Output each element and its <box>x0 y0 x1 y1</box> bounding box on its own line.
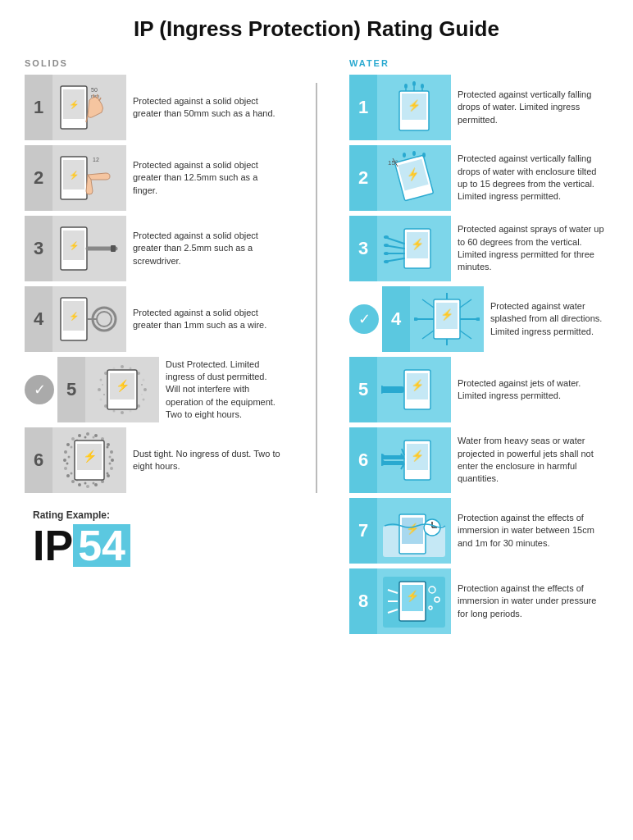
solid-row-2: 2 ⚡ 12 Protected against a solid object … <box>25 145 284 211</box>
svg-rect-138 <box>381 455 404 459</box>
solid-icon-2: ⚡ 12 <box>52 145 126 211</box>
solid-row-5: ✓ 5 <box>25 357 284 422</box>
water-number-8: 8 <box>349 568 377 634</box>
svg-text:⚡: ⚡ <box>411 237 425 251</box>
svg-point-38 <box>113 410 116 413</box>
water-row-2: 2 ⚡ 15° Protect <box>349 145 608 211</box>
divider-column <box>292 58 341 639</box>
water-row-3: 3 ⚡ Protected against sprays of <box>349 216 608 281</box>
water-number-1: 1 <box>349 75 377 140</box>
svg-point-85 <box>71 472 73 475</box>
svg-rect-139 <box>381 461 404 465</box>
water-desc-2: Protected against vertically falling dro… <box>458 153 608 203</box>
svg-point-22 <box>97 312 112 326</box>
svg-text:⚡: ⚡ <box>116 379 130 393</box>
svg-text:50: 50 <box>91 87 98 93</box>
water-number-5: 5 <box>349 357 377 422</box>
svg-point-66 <box>78 483 81 486</box>
water-desc-8: Protection against the effects of immers… <box>458 582 608 620</box>
solid-icon-6: ⚡ <box>52 427 126 493</box>
svg-point-78 <box>109 456 112 459</box>
svg-point-28 <box>113 368 116 370</box>
svg-text:⚡: ⚡ <box>408 98 421 112</box>
svg-text:⚡: ⚡ <box>69 311 80 322</box>
solid-row-1: 1 ⚡ 50 mm Protected ag <box>25 75 284 140</box>
svg-text:⚡: ⚡ <box>69 99 80 110</box>
svg-point-45 <box>141 384 143 386</box>
svg-text:⚡: ⚡ <box>69 240 80 251</box>
svg-point-34 <box>143 399 145 401</box>
svg-point-40 <box>100 399 102 401</box>
svg-point-62 <box>107 474 110 477</box>
solid-number-4: 4 <box>25 286 52 352</box>
solid-number-6: 6 <box>25 427 52 493</box>
svg-point-70 <box>68 456 71 459</box>
svg-point-53 <box>71 437 75 441</box>
svg-point-50 <box>63 459 66 462</box>
water-number-4: 4 <box>382 286 410 352</box>
water-icon-1: ⚡ <box>377 75 451 140</box>
solid-desc-2: Protected against a solid object greater… <box>133 159 284 197</box>
water-desc-5: Protected against jets of water. Limited… <box>458 377 608 403</box>
svg-point-41 <box>102 384 103 386</box>
svg-point-72 <box>71 446 73 449</box>
solid-row-6: 6 <box>25 427 284 493</box>
water-desc-6: Water from heavy seas or water projected… <box>458 435 608 486</box>
solid-desc-5: Dust Protected. Limited ingress of dust … <box>166 358 284 422</box>
svg-text:⚡: ⚡ <box>406 589 420 603</box>
water-column: WATER 1 ⚡ Protected against vertical <box>349 58 608 639</box>
svg-point-29 <box>121 365 124 368</box>
svg-point-82 <box>93 482 95 485</box>
rating-ip: IP <box>33 524 73 567</box>
water-row-4: ✓ 4 ⚡ <box>349 286 608 352</box>
water-desc-4: Protected against water splashed from al… <box>490 300 608 338</box>
svg-point-94 <box>421 84 424 89</box>
svg-point-79 <box>109 463 112 465</box>
water-number-2: 2 <box>349 145 377 211</box>
svg-point-30 <box>130 368 132 370</box>
svg-point-68 <box>66 474 70 477</box>
solid-number-2: 2 <box>25 145 52 211</box>
svg-point-67 <box>71 480 75 483</box>
svg-rect-17 <box>111 245 116 252</box>
svg-point-77 <box>107 446 109 449</box>
svg-text:⚡: ⚡ <box>411 378 425 392</box>
water-icon-3: ⚡ <box>377 216 451 281</box>
svg-line-124 <box>422 299 434 308</box>
rating-display: IP 54 <box>33 524 284 567</box>
svg-rect-133 <box>381 386 404 393</box>
svg-line-125 <box>460 299 471 308</box>
rating-section: Rating Example: IP 54 <box>25 509 284 567</box>
svg-point-36 <box>130 410 132 413</box>
svg-point-103 <box>422 153 426 158</box>
svg-text:⚡: ⚡ <box>440 308 454 322</box>
water-icon-4: ⚡ <box>410 286 484 352</box>
water-number-3: 3 <box>349 216 377 281</box>
svg-point-42 <box>103 394 105 395</box>
solid-desc-1: Protected against a solid object greater… <box>133 95 284 121</box>
svg-point-37 <box>121 411 124 414</box>
svg-point-83 <box>84 482 87 485</box>
water-desc-1: Protected against vertically falling dro… <box>458 89 608 126</box>
svg-point-115 <box>384 252 389 255</box>
water-number-6: 6 <box>349 427 377 493</box>
solid-desc-3: Protected against a solid object greater… <box>133 230 284 267</box>
solid-row-4: 4 ⚡ Protected against a solid object gre… <box>25 286 284 352</box>
water-icon-2: ⚡ 15° <box>377 145 451 211</box>
svg-point-56 <box>94 434 98 437</box>
svg-point-25 <box>98 388 101 391</box>
solids-column: SOLIDS 1 ⚡ 50 mm <box>25 58 284 639</box>
water-check-4: ✓ <box>349 304 379 334</box>
water-icon-7: ⚡ <box>377 498 451 564</box>
svg-text:⚡: ⚡ <box>69 170 80 180</box>
svg-point-69 <box>64 467 67 470</box>
solid-icon-3: ⚡ <box>52 216 126 281</box>
water-row-5: 5 ⚡ Protected against jets of water. Lim… <box>349 357 608 422</box>
svg-point-26 <box>100 379 102 381</box>
svg-point-58 <box>107 443 110 446</box>
svg-point-129 <box>476 317 480 321</box>
water-row-1: 1 ⚡ Protected against vertically falling… <box>349 75 608 140</box>
svg-text:12: 12 <box>93 157 99 162</box>
water-icon-8: ⚡ <box>377 568 451 634</box>
svg-point-59 <box>110 450 113 454</box>
